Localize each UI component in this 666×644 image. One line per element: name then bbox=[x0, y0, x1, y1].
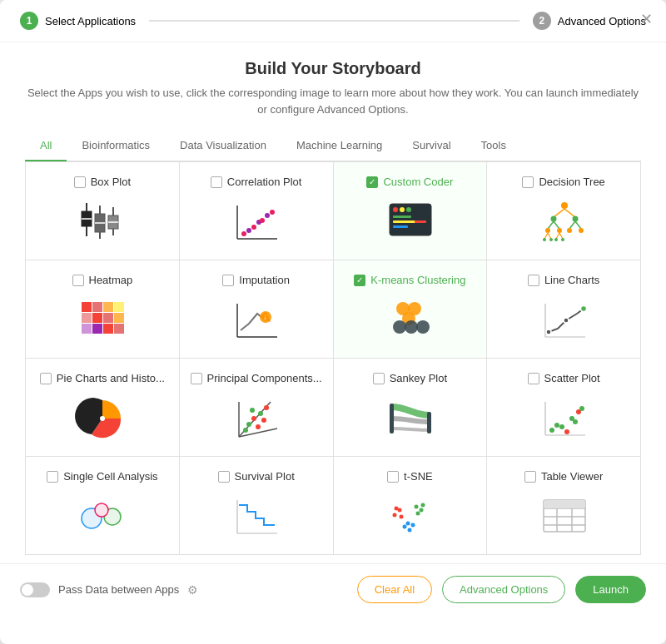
app-principal-components-checkbox[interactable] bbox=[191, 373, 202, 384]
svg-point-86 bbox=[243, 428, 248, 433]
modal: ✕ 1 Select Applications 2 Advanced Optio… bbox=[0, 0, 666, 644]
app-tsne-label: t-SNE bbox=[387, 470, 433, 483]
tab-all[interactable]: All bbox=[25, 131, 67, 161]
svg-point-32 bbox=[550, 215, 556, 221]
svg-point-83 bbox=[258, 411, 263, 416]
app-imputation-icon: ↓ bbox=[227, 295, 286, 344]
app-custom-coder-label: ✓ Custom Coder bbox=[366, 176, 453, 188]
svg-rect-61 bbox=[114, 324, 124, 334]
tab-machine-learning[interactable]: Machine Learning bbox=[281, 131, 397, 161]
app-single-cell-icon bbox=[73, 491, 132, 541]
pass-data-toggle[interactable] bbox=[20, 582, 50, 597]
app-heatmap-label: Heatmap bbox=[72, 274, 133, 286]
app-table-viewer-checkbox[interactable] bbox=[524, 471, 536, 483]
app-table-viewer[interactable]: Table Viewer bbox=[487, 457, 641, 555]
app-tsne[interactable]: t-SNE bbox=[334, 457, 488, 555]
app-decision-tree[interactable]: Decision Tree bbox=[487, 162, 641, 260]
svg-point-109 bbox=[399, 514, 403, 518]
svg-point-85 bbox=[261, 418, 266, 423]
step1-label: Select Applications bbox=[45, 15, 136, 27]
app-box-plot[interactable]: Box Plot bbox=[26, 162, 180, 260]
app-line-charts-icon bbox=[534, 295, 593, 344]
svg-point-41 bbox=[579, 228, 584, 233]
tab-tools[interactable]: Tools bbox=[466, 131, 521, 161]
app-heatmap[interactable]: Heatmap bbox=[26, 260, 180, 359]
app-sankey-plot[interactable]: Sankey Plot bbox=[334, 359, 488, 457]
app-scatter-plot-icon bbox=[534, 393, 593, 443]
svg-point-104 bbox=[95, 503, 108, 517]
app-kmeans[interactable]: ✓ K-means Clustering bbox=[334, 260, 488, 359]
svg-point-71 bbox=[405, 320, 418, 334]
svg-line-37 bbox=[575, 221, 581, 229]
app-sankey-plot-icon bbox=[380, 393, 439, 443]
app-box-plot-label: Box Plot bbox=[74, 176, 131, 188]
tab-data-visualization[interactable]: Data Visualization bbox=[165, 131, 281, 161]
svg-point-47 bbox=[549, 238, 553, 241]
app-custom-coder[interactable]: ✓ Custom Coder bbox=[334, 162, 488, 260]
svg-rect-91 bbox=[427, 412, 431, 433]
svg-point-15 bbox=[246, 228, 251, 233]
app-single-cell-checkbox[interactable] bbox=[47, 471, 58, 483]
app-kmeans-checkbox[interactable]: ✓ bbox=[354, 275, 365, 286]
advanced-options-button[interactable]: Advanced Options bbox=[442, 576, 565, 603]
app-sankey-plot-checkbox[interactable] bbox=[373, 373, 385, 384]
svg-point-95 bbox=[554, 423, 559, 428]
svg-point-113 bbox=[415, 511, 420, 515]
app-table-viewer-icon bbox=[534, 491, 593, 541]
app-decision-tree-checkbox[interactable] bbox=[522, 176, 534, 188]
svg-point-99 bbox=[573, 419, 578, 424]
svg-rect-57 bbox=[114, 313, 124, 323]
tab-bioinformatics[interactable]: Bioinformatics bbox=[67, 131, 165, 161]
app-line-charts[interactable]: Line Charts bbox=[487, 260, 641, 359]
clear-all-button[interactable]: Clear All bbox=[357, 576, 432, 603]
launch-button[interactable]: Launch bbox=[575, 576, 646, 603]
app-scatter-plot[interactable]: Scatter Plot bbox=[487, 359, 641, 457]
app-scatter-plot-checkbox[interactable] bbox=[528, 373, 539, 384]
svg-point-40 bbox=[567, 228, 572, 233]
app-line-charts-checkbox[interactable] bbox=[528, 275, 539, 286]
wizard-step-2: 2 Advanced Options bbox=[533, 12, 646, 30]
svg-rect-27 bbox=[393, 225, 408, 228]
app-single-cell[interactable]: Single Cell Analysis bbox=[26, 457, 180, 555]
app-custom-coder-checkbox[interactable]: ✓ bbox=[366, 176, 378, 188]
app-correlation-plot-label: Correlation Plot bbox=[211, 176, 302, 188]
svg-line-36 bbox=[569, 221, 575, 229]
svg-rect-54 bbox=[82, 313, 92, 323]
svg-rect-90 bbox=[390, 404, 394, 433]
app-heatmap-checkbox[interactable] bbox=[72, 275, 84, 286]
app-correlation-plot[interactable]: Correlation Plot bbox=[180, 162, 334, 260]
svg-point-77 bbox=[580, 305, 586, 311]
svg-point-48 bbox=[554, 238, 558, 241]
svg-rect-26 bbox=[393, 220, 418, 223]
app-kmeans-icon bbox=[380, 295, 439, 344]
svg-point-78 bbox=[100, 416, 105, 421]
app-pie-charts-checkbox[interactable] bbox=[40, 373, 52, 384]
svg-rect-125 bbox=[544, 500, 585, 508]
app-pie-charts[interactable]: Pie Charts and Histo... bbox=[26, 359, 180, 457]
app-survival-plot[interactable]: Survival Plot bbox=[180, 457, 334, 555]
app-principal-components[interactable]: Principal Components... bbox=[180, 359, 334, 457]
svg-rect-50 bbox=[82, 302, 92, 312]
svg-point-22 bbox=[393, 207, 398, 212]
svg-point-96 bbox=[559, 424, 564, 429]
page-subtitle: Select the Apps you wish to use, click t… bbox=[25, 85, 641, 117]
svg-point-116 bbox=[407, 528, 411, 532]
apps-grid: Box Plot bbox=[25, 161, 641, 555]
app-survival-plot-checkbox[interactable] bbox=[218, 471, 230, 483]
app-correlation-plot-checkbox[interactable] bbox=[211, 176, 222, 188]
tab-survival[interactable]: Survival bbox=[397, 131, 465, 161]
app-scatter-plot-label: Scatter Plot bbox=[528, 372, 600, 384]
svg-point-38 bbox=[545, 228, 550, 233]
footer-actions: Clear All Advanced Options Launch bbox=[357, 576, 646, 603]
close-button[interactable]: ✕ bbox=[640, 10, 653, 28]
svg-point-18 bbox=[260, 218, 265, 223]
app-custom-coder-icon bbox=[380, 196, 439, 246]
app-tsne-checkbox[interactable] bbox=[387, 471, 399, 483]
app-box-plot-checkbox[interactable] bbox=[74, 176, 86, 188]
svg-point-24 bbox=[406, 207, 411, 212]
svg-rect-53 bbox=[114, 302, 124, 312]
app-imputation[interactable]: Imputation ↓ bbox=[180, 260, 334, 359]
app-imputation-checkbox[interactable] bbox=[222, 275, 234, 286]
app-kmeans-label: ✓ K-means Clustering bbox=[354, 274, 465, 286]
svg-point-97 bbox=[564, 429, 569, 434]
